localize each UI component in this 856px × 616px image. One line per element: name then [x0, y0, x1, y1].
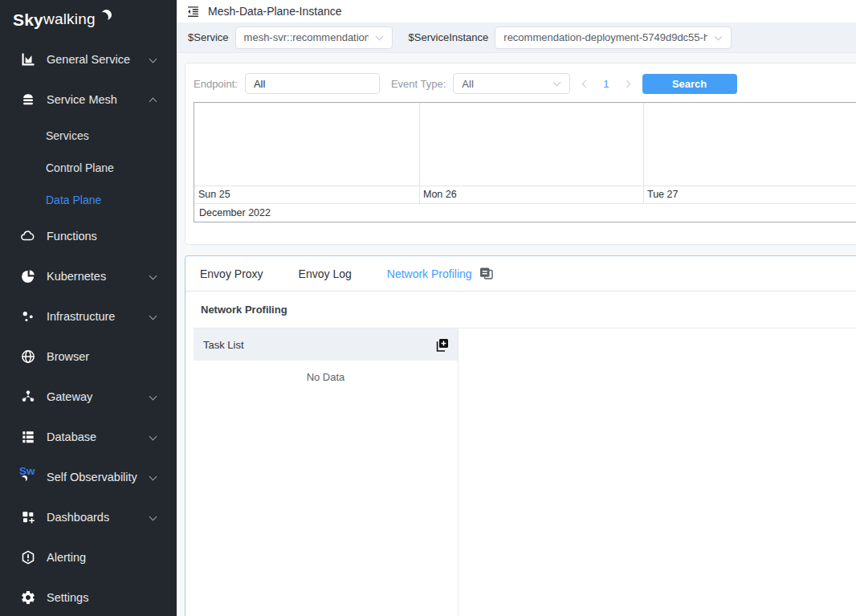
- sidebar-item-label: Service Mesh: [47, 93, 117, 106]
- sw-logo-icon: Sw: [19, 469, 36, 486]
- main-area: Mesh-Data-Plane-Instance $Service mesh-s…: [177, 0, 856, 616]
- next-page-icon[interactable]: [622, 80, 630, 88]
- task-list-title: Task List: [203, 339, 244, 351]
- sidebar: Skywalking General Service Service Mesh …: [0, 0, 177, 616]
- sidebar-item-label: Kubernetes: [47, 270, 106, 283]
- instance-tabs-panel: Envoy Proxy Envoy Log Network Profiling …: [185, 255, 856, 616]
- skywalking-logo: Skywalking: [0, 0, 177, 39]
- service-instance-label: $ServiceInstance: [409, 31, 489, 43]
- event-type-label: Event Type:: [391, 78, 446, 90]
- grid-plus-icon: [19, 509, 36, 526]
- pie-icon: [19, 268, 36, 285]
- chevron-down-icon: [149, 513, 157, 521]
- sidebar-item-label: Functions: [47, 230, 97, 243]
- chevron-down-icon: [149, 55, 157, 63]
- chevron-down-icon: [149, 312, 157, 320]
- prev-page-icon[interactable]: [582, 80, 590, 88]
- sidebar-item-label: Database: [47, 430, 96, 443]
- service-select[interactable]: mesh-svr::recommendation: [235, 27, 393, 49]
- pagination: 1: [583, 78, 629, 90]
- add-task-icon[interactable]: [434, 337, 450, 353]
- sidebar-item-alerting[interactable]: Alerting: [0, 537, 177, 577]
- sidebar-item-settings[interactable]: Settings: [0, 577, 177, 616]
- service-instance-select-value: recommendation-deployment-5749d9dc55-hjl…: [503, 31, 707, 43]
- tab-envoy-log[interactable]: Envoy Log: [299, 267, 352, 280]
- timeline-chart-area[interactable]: [194, 103, 856, 186]
- selector-row: $Service mesh-svr::recommendation $Servi…: [177, 22, 856, 53]
- task-detail-area: [459, 328, 856, 616]
- widget-title: Network Profiling: [201, 304, 287, 316]
- event-type-select[interactable]: All: [453, 73, 570, 94]
- gear-icon: [19, 589, 36, 606]
- sidebar-item-infrastructure[interactable]: Infrastructure: [0, 296, 177, 337]
- timeline-day-row: Sun 25 Mon 26 Tue 27: [194, 186, 856, 203]
- task-list-column: Task List No Data: [194, 328, 459, 616]
- sidebar-item-dashboards[interactable]: Dashboards: [0, 497, 177, 537]
- network-icon: [19, 389, 36, 406]
- sidebar-item-gateway[interactable]: Gateway: [0, 377, 177, 417]
- logo-text-sky: Sky: [13, 10, 43, 30]
- sidebar-item-service-mesh[interactable]: Service Mesh: [0, 80, 177, 120]
- search-button[interactable]: Search: [642, 74, 737, 94]
- content-area: Endpoint: Event Type: All 1 Search: [177, 53, 856, 616]
- timeline-day-label: Tue 27: [647, 189, 678, 200]
- service-instance-select[interactable]: recommendation-deployment-5749d9dc55-hjl…: [495, 27, 732, 49]
- widget-title-row: Network Profiling: [194, 292, 856, 328]
- alert-icon: [19, 549, 36, 566]
- timeline-day-label: Mon 26: [423, 189, 457, 200]
- chart-icon: [19, 51, 36, 68]
- sidebar-item-label: Alerting: [47, 551, 86, 564]
- endpoint-input[interactable]: [245, 73, 380, 94]
- tab-envoy-proxy[interactable]: Envoy Proxy: [200, 267, 263, 280]
- chevron-down-icon: [149, 272, 157, 280]
- sidebar-item-label: Infrastructure: [47, 310, 115, 323]
- sidebar-item-label: Gateway: [47, 390, 92, 403]
- event-type-select-value: All: [462, 78, 546, 90]
- sidebar-item-services[interactable]: Services: [0, 120, 177, 152]
- sidebar-item-label: Dashboards: [47, 511, 109, 524]
- sidebar-item-label: General Service: [47, 53, 130, 66]
- endpoint-label: Endpoint:: [194, 78, 238, 90]
- globe-icon: [19, 349, 36, 365]
- tab-network-profiling[interactable]: Network Profiling: [387, 267, 472, 280]
- task-list-header: Task List: [194, 328, 458, 361]
- filter-row: Endpoint: Event Type: All 1 Search: [194, 71, 856, 96]
- logo-text-walking: walking: [43, 10, 96, 28]
- server-icon: [19, 429, 36, 446]
- service-select-value: mesh-svr::recommendation: [244, 31, 369, 43]
- sidebar-item-label: Services: [46, 129, 89, 142]
- network-profiling-widget: Network Profiling Task List No Data: [185, 292, 856, 616]
- chevron-down-icon: [149, 473, 157, 481]
- tab-bar: Envoy Proxy Envoy Log Network Profiling: [185, 256, 856, 292]
- sidebar-item-kubernetes[interactable]: Kubernetes: [0, 256, 177, 296]
- chevron-down-icon: [149, 393, 157, 401]
- stack-icon: [19, 92, 36, 108]
- sidebar-item-database[interactable]: Database: [0, 417, 177, 457]
- sidebar-item-label: Self Observability: [47, 471, 137, 483]
- widget-body: Task List No Data: [194, 328, 856, 616]
- chevron-up-icon: [149, 98, 157, 106]
- page-header: Mesh-Data-Plane-Instance: [177, 0, 856, 22]
- copy-tabs-icon[interactable]: [479, 266, 494, 281]
- timeline-day-label: Sun 25: [198, 189, 230, 200]
- chevron-down-icon: [715, 32, 723, 40]
- events-timeline: Sun 25 Mon 26 Tue 27 December 2022: [194, 102, 856, 222]
- sidebar-item-functions[interactable]: Functions: [0, 216, 177, 256]
- sidebar-item-control-plane[interactable]: Control Plane: [0, 152, 177, 184]
- fold-menu-icon[interactable]: [186, 5, 200, 18]
- sidebar-item-general-service[interactable]: General Service: [0, 39, 177, 80]
- sidebar-item-browser[interactable]: Browser: [0, 337, 177, 377]
- sidebar-item-label: Control Plane: [46, 161, 114, 174]
- page-number: 1: [603, 78, 609, 90]
- service-label: $Service: [188, 31, 229, 43]
- sidebar-item-data-plane[interactable]: Data Plane: [0, 184, 177, 216]
- cloud-icon: [19, 228, 36, 245]
- sidebar-item-self-observability[interactable]: Sw Self Observability: [0, 457, 177, 497]
- chevron-down-icon: [553, 79, 561, 87]
- moon-icon: [98, 12, 108, 22]
- sidebar-item-label: Data Plane: [46, 194, 101, 206]
- page-title: Mesh-Data-Plane-Instance: [208, 5, 342, 18]
- no-data-text: No Data: [194, 361, 458, 383]
- sidebar-item-label: Browser: [47, 350, 89, 363]
- chevron-down-icon: [149, 433, 157, 441]
